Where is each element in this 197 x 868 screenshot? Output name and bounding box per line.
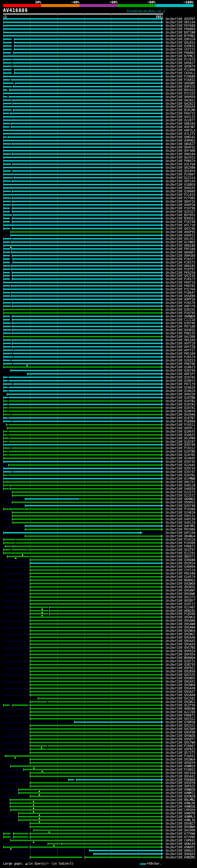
hit-label[interactable]: UniRef100_A6N165 xyxy=(166,609,196,613)
hit-label[interactable]: UniRef100_O65349 xyxy=(166,338,196,342)
hit-label[interactable]: UniRef100_P05348 xyxy=(166,572,196,575)
hit-label[interactable]: UniRef100_P26576 xyxy=(166,301,196,305)
hit-label[interactable]: UniRef100_Q42306 xyxy=(166,335,196,338)
hit-label[interactable]: UniRef100_Q9SAX2 xyxy=(166,775,196,778)
hit-label[interactable]: UniRef100_Q43832 xyxy=(166,328,196,332)
hit-label[interactable]: UniRef100_Q106Y4 xyxy=(166,409,196,413)
hit-label[interactable]: UniRef100_Q9SAX3 xyxy=(166,643,196,646)
hit-label[interactable]: UniRef100_O50053 xyxy=(166,501,196,504)
hit-label[interactable]: UniRef100_Q2QTJ1 xyxy=(166,659,196,663)
hit-label[interactable]: UniRef100_Q9FRZ2 xyxy=(166,666,196,670)
hit-label[interactable]: UniRef100_Q96542 xyxy=(166,135,196,139)
hit-label[interactable]: UniRef100_Q8VX71 xyxy=(166,555,196,558)
hit-label[interactable]: UniRef100_P05349 xyxy=(166,352,196,355)
hit-label[interactable]: UniRef100_A5C718 xyxy=(166,223,196,227)
hit-label[interactable]: UniRef100_P17673 xyxy=(166,58,196,61)
hit-label[interactable]: UniRef100_B6RHQ4 xyxy=(166,656,196,659)
hit-label[interactable]: UniRef100_P07089 xyxy=(166,528,196,531)
hit-label[interactable]: UniRef100_A5JPN4 xyxy=(166,437,196,440)
hit-label[interactable]: UniRef100_A6N1N8 xyxy=(166,707,196,710)
hit-label[interactable]: UniRef100_P05346 xyxy=(166,247,196,251)
hit-label[interactable]: UniRef100_Q9SDY9 xyxy=(166,761,196,765)
hit-label[interactable]: UniRef100_A7YVW5 xyxy=(166,835,196,839)
hit-label[interactable]: UniRef100_B3H5S2 xyxy=(166,217,196,220)
hit-label[interactable]: UniRef100_P08474 xyxy=(166,159,196,162)
hit-label[interactable]: UniRef100_P19311 xyxy=(166,423,196,427)
hit-label[interactable]: UniRef100_A9PJN7 xyxy=(166,125,196,129)
hit-label[interactable]: UniRef100_A9NNZ8 xyxy=(166,788,196,791)
hit-label[interactable]: UniRef100_Q7DM38 xyxy=(166,720,196,724)
hit-label[interactable]: UniRef100_C5Y519 xyxy=(166,568,196,572)
hit-label[interactable]: UniRef100_Q0INY7 xyxy=(166,599,196,602)
hit-label[interactable]: UniRef100_Q39748 xyxy=(166,504,196,507)
hit-label[interactable]: UniRef100_P18960 xyxy=(166,420,196,423)
hit-label[interactable]: UniRef100_Q9FUJ4 xyxy=(166,37,196,41)
hit-label[interactable]: UniRef100_Q39744 xyxy=(166,369,196,372)
hit-label[interactable]: UniRef100_A9NLD6 xyxy=(166,802,196,805)
hit-label[interactable]: UniRef100_Q9SBJ7 xyxy=(166,61,196,65)
hit-label[interactable]: UniRef100_Q9ZSS0 xyxy=(166,771,196,775)
hit-label[interactable]: UniRef100_Q9ZWG6 xyxy=(166,582,196,585)
hit-label[interactable]: UniRef100_Q3ECH1 xyxy=(166,308,196,311)
hit-label[interactable]: UniRef100_Q39749 xyxy=(166,443,196,446)
hit-label[interactable]: UniRef100_Q9ZSS1 xyxy=(166,724,196,727)
hit-label[interactable]: UniRef100_P19308 xyxy=(166,507,196,511)
hit-label[interactable]: UniRef100_Q9FUJ5 xyxy=(166,85,196,88)
hit-label[interactable]: UniRef100_P10797 xyxy=(166,268,196,271)
hit-label[interactable]: UniRef100_Q9SAW6 xyxy=(166,592,196,595)
hit-label[interactable]: UniRef100_Q39743 xyxy=(166,467,196,470)
hit-label[interactable]: UniRef100_Q9TLH4 xyxy=(166,531,196,534)
hit-label[interactable]: UniRef100_Q9SNZ6 xyxy=(166,734,196,738)
hit-label[interactable]: UniRef100_Q9SDY7 xyxy=(166,738,196,741)
hit-label[interactable]: UniRef100_P00865 xyxy=(166,51,196,55)
hit-label[interactable]: UniRef100_Q39832 xyxy=(166,44,196,48)
hit-label[interactable]: UniRef100_A9YTZ9 xyxy=(166,342,196,345)
hit-label[interactable]: UniRef100_Q9T4H0 xyxy=(166,149,196,152)
hit-label[interactable]: UniRef100_O24045 xyxy=(166,457,196,460)
hit-label[interactable]: UniRef100_Q9ZP07 xyxy=(166,17,196,21)
hit-label[interactable]: UniRef100_P27985 xyxy=(166,196,196,200)
hit-label[interactable]: UniRef100_Q107B6 xyxy=(166,450,196,453)
hit-label[interactable]: UniRef100_Q106Z6 xyxy=(166,386,196,389)
hit-label[interactable]: UniRef100_A9NZM2 xyxy=(166,856,196,859)
hit-label[interactable]: UniRef100_Q9SAW9 xyxy=(166,619,196,622)
hit-label[interactable]: UniRef100_Q9ZSS5 xyxy=(166,673,196,677)
hit-label[interactable]: UniRef100_Q43746 xyxy=(166,227,196,230)
hit-label[interactable]: UniRef100_Q107A7 xyxy=(166,440,196,443)
hit-label[interactable]: UniRef100_C0PR41 xyxy=(166,839,196,842)
hit-label[interactable]: UniRef100_P10647 xyxy=(166,291,196,294)
hit-label[interactable]: UniRef100_Q42815 xyxy=(166,41,196,44)
hit-label[interactable]: UniRef100_Q107B5 xyxy=(166,453,196,457)
hit-label[interactable]: UniRef100_A7YVW6 xyxy=(166,832,196,835)
hit-label[interactable]: UniRef100_A9PJL4 xyxy=(166,129,196,132)
hit-label[interactable]: UniRef100_B1PLM0 xyxy=(166,108,196,112)
hit-label[interactable]: UniRef100_P04715 xyxy=(166,112,196,115)
hit-label[interactable]: UniRef100_Q2QTJ7 xyxy=(166,602,196,606)
alignview-version-link[interactable]: AlignView.pm Beta rel.2 xyxy=(127,9,165,12)
hit-label[interactable]: UniRef100_O48550 xyxy=(166,487,196,491)
hit-label[interactable]: UniRef100_P19312 xyxy=(166,446,196,450)
hit-label[interactable]: UniRef100_O24574 xyxy=(166,575,196,579)
hit-label[interactable]: UniRef100_A9NKU8 xyxy=(166,805,196,808)
hit-label[interactable]: UniRef100_Q9ZWG9 xyxy=(166,629,196,632)
hit-label[interactable]: UniRef100_B9T055 xyxy=(166,213,196,217)
hit-label[interactable]: UniRef100_A9XP95 xyxy=(166,230,196,234)
hit-label[interactable]: UniRef100_Q106Z4 xyxy=(166,389,196,393)
hit-label[interactable]: UniRef100_A0FIP7 xyxy=(166,372,196,376)
hit-label[interactable]: UniRef100_C6SVL2 xyxy=(166,71,196,75)
hit-label[interactable]: UniRef100_Q42822 xyxy=(166,98,196,102)
hit-label[interactable]: UniRef100_P10796 xyxy=(166,207,196,210)
hit-label[interactable]: UniRef100_A9XP20 xyxy=(166,203,196,207)
hit-label[interactable]: UniRef100_A1BQG9 xyxy=(166,183,196,186)
hit-label[interactable]: UniRef100_Q9FRZ3 xyxy=(166,748,196,751)
hit-label[interactable]: UniRef100_O49129 xyxy=(166,521,196,524)
hit-label[interactable]: UniRef100_Q08183 xyxy=(166,122,196,125)
hit-label[interactable]: UniRef100_A9YTZ8 xyxy=(166,345,196,348)
hit-label[interactable]: UniRef100_O22572 xyxy=(166,494,196,497)
hit-label[interactable]: UniRef100_P69250 xyxy=(166,271,196,274)
hit-label[interactable]: UniRef100_Q9S7N3 xyxy=(166,646,196,649)
hit-label[interactable]: UniRef100_Q9XQB5 xyxy=(166,82,196,85)
hit-label[interactable]: UniRef100_Q08184 xyxy=(166,152,196,156)
hit-label[interactable]: UniRef100_A9NYP8 xyxy=(166,812,196,815)
hit-label[interactable]: UniRef100_Q9AUJ3 xyxy=(166,849,196,852)
